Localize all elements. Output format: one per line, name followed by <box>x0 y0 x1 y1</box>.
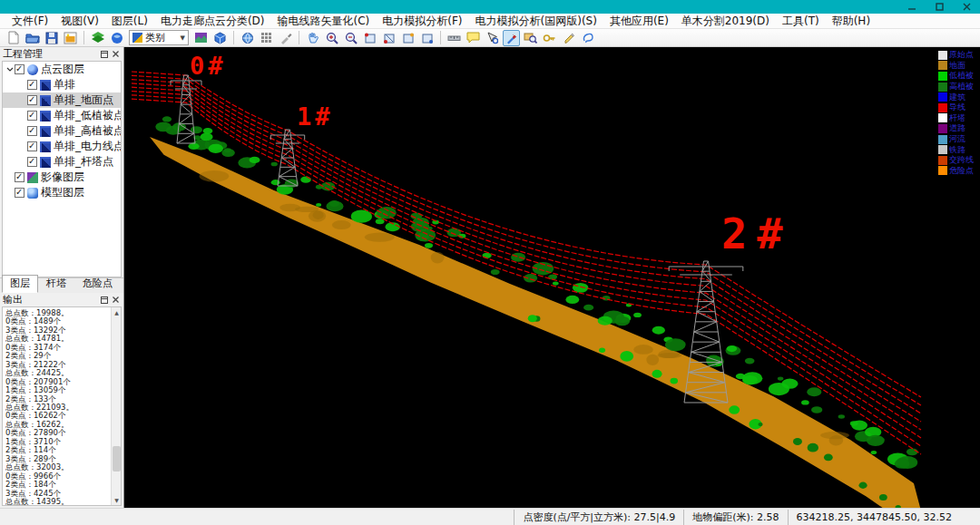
pointcloud-scene[interactable] <box>124 47 980 508</box>
dock-tabs: 图层 杆塔 危险点 <box>0 277 123 293</box>
tower-label-1: 1# <box>297 102 334 131</box>
pointcloud-file-icon <box>40 111 51 122</box>
layers-icon[interactable] <box>89 30 106 46</box>
tab-layers[interactable]: 图层 <box>2 275 38 293</box>
tab-danger-points[interactable]: 危险点 <box>74 275 121 293</box>
new-file-icon[interactable] <box>5 30 22 46</box>
open-folder-icon[interactable] <box>24 30 41 46</box>
checkbox[interactable] <box>27 126 37 136</box>
pick-point-icon[interactable] <box>503 30 520 46</box>
menu-item-tools[interactable]: 工具(T) <box>776 14 826 28</box>
menu-item-power-simulation-sgcc[interactable]: 电力模拟分析(国网版)(S) <box>469 14 603 28</box>
model-layer-tool-icon[interactable] <box>211 30 229 46</box>
checkbox[interactable] <box>27 80 37 90</box>
pointcloud-file-icon <box>40 126 51 137</box>
key-icon[interactable] <box>541 30 558 46</box>
zoom-in-icon[interactable] <box>323 30 340 46</box>
close-button[interactable] <box>953 0 980 14</box>
expand-arrow-icon[interactable] <box>5 67 15 72</box>
legend-item: 道路 <box>938 123 980 134</box>
float-panel-icon[interactable] <box>99 295 110 306</box>
lasso-icon[interactable] <box>579 30 596 46</box>
float-panel-icon[interactable] <box>99 49 110 60</box>
tree-item-danpai-tower[interactable]: 单排_杆塔点 <box>3 154 121 170</box>
legend-swatch <box>938 103 947 112</box>
scroll-up-icon[interactable]: ▲ <box>112 307 122 317</box>
edit-pencil-icon[interactable] <box>560 30 577 46</box>
close-panel-icon[interactable] <box>110 49 121 60</box>
toolbar-separator <box>299 31 299 44</box>
checkbox[interactable] <box>27 95 37 105</box>
legend-swatch <box>938 92 947 102</box>
display-mode-dropdown[interactable]: 类别 ▼ <box>129 30 189 45</box>
output-scrollbar[interactable]: ▲ ▼ <box>111 307 121 505</box>
tree-item-danpai[interactable]: 单排 <box>3 77 121 92</box>
checkbox[interactable] <box>15 172 24 182</box>
export-image-icon[interactable] <box>62 30 79 46</box>
menu-item-help[interactable]: 帮助(H) <box>826 14 877 28</box>
legend-item: 高植被 <box>938 82 980 92</box>
checkbox[interactable] <box>15 188 24 198</box>
menu-item-corridor-classification[interactable]: 电力走廊点云分类(D) <box>154 14 271 28</box>
output-panel-title: 输出 <box>3 293 99 306</box>
point-density-field: 点密度(点/平方|立方米): 27.5|4.9 <box>514 510 683 525</box>
legend-swatch <box>938 113 947 122</box>
profile-box-3-icon[interactable] <box>399 30 416 46</box>
3d-viewport[interactable]: 0# 1# 2# 原始点 地面 低植被 高植被 建筑 导线 杆塔 道路 河流 铁… <box>124 47 980 508</box>
legend-swatch <box>938 145 947 154</box>
menu-item-layer[interactable]: 图层(L) <box>105 14 154 28</box>
pan-hand-icon[interactable] <box>304 30 321 46</box>
tree-item-image-layer[interactable]: 影像图层 <box>3 170 121 185</box>
profile-box-4-icon[interactable] <box>418 30 436 46</box>
pointcloud-sphere-icon[interactable] <box>108 30 125 46</box>
checkbox[interactable] <box>27 141 37 151</box>
save-icon[interactable] <box>43 30 60 46</box>
scroll-down-icon[interactable]: ▼ <box>112 495 122 505</box>
tree-item-model-layer[interactable]: 模型图层 <box>3 185 121 200</box>
zoom-out-icon[interactable] <box>342 30 359 46</box>
tree-item-danpai-low-veg[interactable]: 单排_低植被点 <box>3 108 121 123</box>
menu-item-view[interactable]: 视图(V) <box>54 14 105 28</box>
profile-box-1-icon[interactable] <box>361 30 378 46</box>
image-layer-tool-icon[interactable] <box>192 30 210 46</box>
tree-item-danpai-high-veg[interactable]: 单排_高植被点 <box>3 123 121 139</box>
tree-item-label: 单排_电力线点 <box>54 139 122 154</box>
tab-towers[interactable]: 杆塔 <box>38 275 74 293</box>
brush-icon[interactable] <box>277 30 294 46</box>
tree-item-danpai-ground[interactable]: 单排_地面点 <box>3 92 121 108</box>
project-panel-title: 工程管理 <box>3 47 99 61</box>
tree-item-point-cloud-layer[interactable]: 点云图层 <box>3 62 121 77</box>
annotation-bubble-icon[interactable] <box>465 30 482 46</box>
query-cursor-icon[interactable] <box>484 30 501 46</box>
pointcloud-layer-icon <box>27 64 38 75</box>
profile-box-2-icon[interactable] <box>380 30 397 46</box>
output-line: 总点数：14395。 <box>5 498 109 505</box>
maximize-button[interactable] <box>926 0 953 14</box>
offset-distance-field: 地物偏距(米): 2.58 <box>683 510 787 525</box>
display-mode-value: 类别 <box>145 31 181 44</box>
minimize-button[interactable] <box>898 0 926 14</box>
measure-icon[interactable] <box>446 30 463 46</box>
zoom-region-icon[interactable] <box>522 30 539 46</box>
checkbox[interactable] <box>15 64 24 74</box>
tree-item-danpai-powerline[interactable]: 单排_电力线点 <box>3 139 121 154</box>
menu-item-line-vectorization[interactable]: 输电线路矢量化(C) <box>271 14 377 28</box>
grid-icon[interactable] <box>258 30 275 46</box>
chevron-down-icon: ▼ <box>181 34 185 42</box>
pointcloud-file-icon <box>40 95 51 106</box>
legend-item: 地面 <box>938 61 980 72</box>
legend-swatch <box>938 135 947 144</box>
menu-item-file[interactable]: 文件(F) <box>5 14 54 28</box>
toolbar-separator <box>440 31 441 44</box>
coordinates-field: 634218.25, 3447845.50, 32.52 <box>788 510 960 525</box>
menu-item-other-apps[interactable]: 其他应用(E) <box>603 14 675 28</box>
checkbox[interactable] <box>27 157 37 167</box>
menu-item-single-tree-2019[interactable]: 单木分割2019(D) <box>675 14 776 28</box>
scrollbar-thumb[interactable] <box>113 446 121 472</box>
close-panel-icon[interactable] <box>110 295 121 306</box>
home-view-icon[interactable] <box>239 30 256 46</box>
pointcloud-file-icon <box>40 157 51 168</box>
menu-item-power-simulation[interactable]: 电力模拟分析(F) <box>376 14 468 28</box>
checkbox[interactable] <box>27 111 37 121</box>
tree-item-label: 单排_杆塔点 <box>54 154 113 170</box>
